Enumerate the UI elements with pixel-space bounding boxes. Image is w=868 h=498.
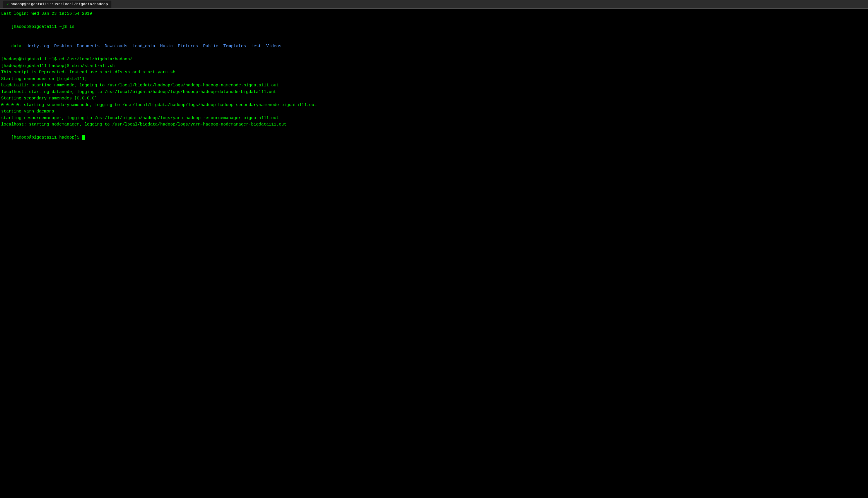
terminal-line: 0.0.0.0: starting secondarynamenode, log… xyxy=(1,102,867,108)
terminal-tab[interactable]: ✓ hadoop@bigdata111:/usr/local/bigdata/h… xyxy=(3,1,111,8)
prompt-text: [hadoop@bigdata111 ~]$ ls xyxy=(11,24,75,29)
terminal-line: This script is Deprecated. Instead use s… xyxy=(1,69,867,75)
prompt-text: [hadoop@bigdata111 hadoop]$ xyxy=(11,135,82,140)
cursor xyxy=(82,135,85,140)
terminal-line: localhost: starting nodemanager, logging… xyxy=(1,121,867,128)
terminal-line: Starting secondary namenodes [0.0.0.0] xyxy=(1,95,867,102)
terminal-line: starting resourcemanager, logging to /us… xyxy=(1,115,867,121)
terminal-line: [hadoop@bigdata111 ~]$ ls xyxy=(1,17,867,36)
terminal-line: Starting namenodes on [bigdata111] xyxy=(1,76,867,82)
terminal-line: bigdata111: starting namenode, logging t… xyxy=(1,82,867,88)
check-icon: ✓ xyxy=(7,2,9,6)
terminal-line: [hadoop@bigdata111 ~]$ cd /usr/local/big… xyxy=(1,56,867,62)
terminal-line: localhost: starting datanode, logging to… xyxy=(1,89,867,95)
ls-output-line: data derby.log Desktop Documents Downloa… xyxy=(1,37,867,56)
terminal-line: starting yarn daemons xyxy=(1,108,867,115)
title-bar: ✓ hadoop@bigdata111:/usr/local/bigdata/h… xyxy=(0,0,868,9)
terminal-window[interactable]: Last login: Wed Jan 23 19:56:54 2019 [ha… xyxy=(0,9,868,498)
tab-label: hadoop@bigdata111:/usr/local/bigdata/had… xyxy=(11,2,107,6)
terminal-prompt-active[interactable]: [hadoop@bigdata111 hadoop]$ xyxy=(1,128,867,147)
terminal-line: [hadoop@bigdata111 hadoop]$ sbin/start-a… xyxy=(1,63,867,69)
terminal-line: Last login: Wed Jan 23 19:56:54 2019 xyxy=(1,11,867,17)
